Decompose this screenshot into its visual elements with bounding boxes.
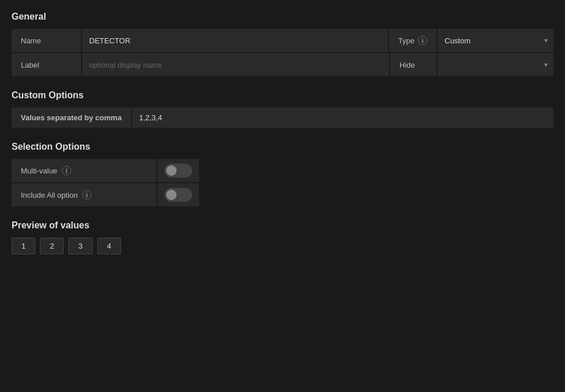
include-all-info-icon[interactable]: ℹ	[82, 190, 91, 199]
custom-options-title: Custom Options	[12, 90, 553, 101]
type-select[interactable]: Custom Query Interval Text box	[438, 29, 553, 52]
hide-select-wrapper: Yes No ▾	[438, 53, 553, 76]
preview-chip: 1	[12, 238, 35, 254]
label-label: Label	[12, 53, 81, 76]
multi-value-label-cell: Multi-value ℹ	[12, 159, 156, 182]
include-all-toggle[interactable]	[164, 188, 192, 202]
preview-chip: 3	[68, 238, 92, 254]
type-select-wrapper: Custom Query Interval Text box ▾	[438, 29, 553, 52]
values-label: Values separated by comma	[12, 108, 131, 128]
multi-value-thumb	[166, 165, 177, 176]
include-all-row: Include All option ℹ	[12, 183, 553, 206]
selection-options-title: Selection Options	[12, 142, 553, 152]
include-all-label-cell: Include All option ℹ	[12, 183, 156, 206]
general-title: General	[12, 12, 553, 22]
custom-values-row: Values separated by comma	[12, 108, 553, 128]
label-input[interactable]	[82, 53, 389, 76]
multi-value-toggle-wrapper	[157, 159, 199, 182]
hide-select[interactable]: Yes No	[438, 53, 553, 76]
label-hide-row: Label Hide Yes No ▾	[12, 53, 553, 76]
type-label: Type ℹ	[389, 29, 436, 52]
general-form: Name Type ℹ Custom Query Interval Text b…	[12, 29, 553, 76]
multi-value-label: Multi-value	[21, 167, 57, 175]
include-all-toggle-wrapper	[157, 183, 199, 206]
type-section: Type ℹ Custom Query Interval Text box ▾	[389, 29, 553, 52]
hide-section: Hide Yes No ▾	[390, 53, 553, 76]
preview-chips: 1234	[12, 238, 553, 254]
preview-chip: 4	[97, 238, 121, 254]
preview-section: Preview of values 1234	[12, 220, 553, 254]
general-section: General Name Type ℹ Custom Query Interva…	[12, 12, 553, 76]
include-all-thumb	[166, 190, 177, 200]
name-type-row: Name Type ℹ Custom Query Interval Text b…	[12, 29, 553, 52]
custom-options-section: Custom Options Values separated by comma	[12, 90, 553, 128]
type-info-icon[interactable]: ℹ	[418, 36, 427, 45]
hide-label: Hide	[390, 53, 436, 76]
multi-value-toggle[interactable]	[164, 164, 192, 177]
include-all-label: Include All option	[21, 191, 78, 199]
preview-chip: 2	[40, 238, 64, 254]
multi-value-info-icon[interactable]: ℹ	[62, 166, 71, 175]
name-label: Name	[12, 29, 81, 52]
selection-options-section: Selection Options Multi-value ℹ Include …	[12, 142, 553, 206]
values-input[interactable]	[132, 108, 553, 128]
name-input[interactable]	[82, 29, 388, 52]
preview-title: Preview of values	[12, 220, 553, 231]
multi-value-row: Multi-value ℹ	[12, 159, 553, 182]
